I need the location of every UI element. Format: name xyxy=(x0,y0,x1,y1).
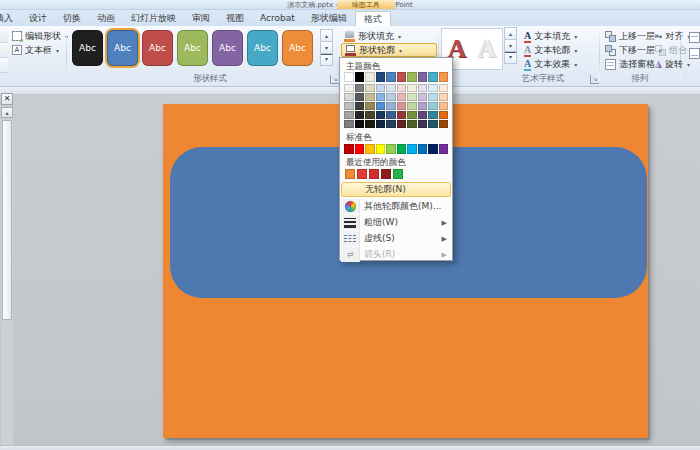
theme-color-swatch[interactable] xyxy=(344,72,354,82)
tab-7[interactable]: 视图 xyxy=(218,11,252,26)
tab-9[interactable]: 形状编辑 xyxy=(303,11,355,26)
text-box-button[interactable]: A 文本框 ▾ xyxy=(9,43,62,57)
theme-tint-swatch[interactable] xyxy=(386,102,396,110)
close-pane-button[interactable]: ✕ xyxy=(1,93,13,105)
theme-tint-swatch[interactable] xyxy=(355,93,365,101)
standard-color-swatch[interactable] xyxy=(376,144,386,154)
theme-tint-swatch[interactable] xyxy=(428,102,438,110)
theme-color-swatch[interactable] xyxy=(428,72,438,82)
gallery-more-button[interactable]: ▾ xyxy=(320,53,333,66)
cut-insert-shapes-more[interactable] xyxy=(0,58,8,73)
shape-outline-button[interactable]: 形状轮廓 ▾ xyxy=(341,43,437,57)
theme-tint-swatch[interactable] xyxy=(407,120,417,128)
theme-tint-swatch[interactable] xyxy=(355,120,365,128)
standard-color-swatch[interactable] xyxy=(428,144,438,154)
size-width-button[interactable] xyxy=(686,46,700,60)
tab-4[interactable]: 动画 xyxy=(89,11,123,26)
theme-tint-swatch[interactable] xyxy=(376,102,386,110)
text-outline-button[interactable]: A 文本轮廓 ▾ xyxy=(521,43,580,57)
theme-tint-swatch[interactable] xyxy=(365,120,375,128)
theme-tint-swatch[interactable] xyxy=(386,84,396,92)
theme-tint-swatch[interactable] xyxy=(428,84,438,92)
theme-tint-swatch[interactable] xyxy=(344,93,354,101)
shape-style-thumb[interactable]: Abc xyxy=(212,30,243,66)
shape-style-thumb[interactable]: Abc xyxy=(142,30,173,66)
theme-color-swatch[interactable] xyxy=(418,72,428,82)
theme-tint-swatch[interactable] xyxy=(344,102,354,110)
shape-styles-dialog-launcher[interactable]: ↘ xyxy=(330,75,339,84)
standard-color-swatch[interactable] xyxy=(386,144,396,154)
theme-tint-swatch[interactable] xyxy=(439,102,449,110)
theme-tint-swatch[interactable] xyxy=(386,111,396,119)
tab-6[interactable]: 审阅 xyxy=(184,11,218,26)
theme-tint-swatch[interactable] xyxy=(376,120,386,128)
recent-color-swatch[interactable] xyxy=(381,169,391,179)
theme-tint-swatch[interactable] xyxy=(376,84,386,92)
standard-color-swatch[interactable] xyxy=(418,144,428,154)
theme-color-swatch[interactable] xyxy=(376,72,386,82)
theme-tint-swatch[interactable] xyxy=(407,102,417,110)
standard-color-swatch[interactable] xyxy=(355,144,365,154)
standard-color-swatch[interactable] xyxy=(407,144,417,154)
theme-tint-swatch[interactable] xyxy=(365,93,375,101)
recent-color-swatch[interactable] xyxy=(357,169,367,179)
shape-fill-button[interactable]: 形状填充 ▾ xyxy=(341,29,437,43)
tab-1[interactable]: 插入 xyxy=(0,11,21,26)
theme-tint-swatch[interactable] xyxy=(418,84,428,92)
cut-insert-shapes-scroll-down[interactable] xyxy=(0,43,8,58)
theme-color-swatch[interactable] xyxy=(397,72,407,82)
theme-tint-swatch[interactable] xyxy=(397,84,407,92)
theme-tint-swatch[interactable] xyxy=(439,84,449,92)
shape-style-thumb[interactable]: Abc xyxy=(72,30,103,66)
theme-tint-swatch[interactable] xyxy=(439,120,449,128)
theme-tint-swatch[interactable] xyxy=(428,93,438,101)
wordart-dialog-launcher[interactable]: ↘ xyxy=(590,75,599,84)
menu-item-dashes[interactable]: 虚线(S) ▶ xyxy=(341,231,451,246)
wordart-more-button[interactable]: ▾ xyxy=(504,51,517,64)
theme-tint-swatch[interactable] xyxy=(407,93,417,101)
text-fill-button[interactable]: A 文本填充 ▾ xyxy=(521,29,580,43)
theme-tint-swatch[interactable] xyxy=(355,84,365,92)
cut-insert-shapes-scroll-up[interactable] xyxy=(0,28,8,43)
tab-2[interactable]: 设计 xyxy=(21,11,55,26)
theme-tint-swatch[interactable] xyxy=(365,84,375,92)
theme-tint-swatch[interactable] xyxy=(355,111,365,119)
menu-item-no-outline[interactable]: 无轮廓(N) xyxy=(341,182,451,197)
standard-color-swatch[interactable] xyxy=(344,144,354,154)
shape-style-thumb[interactable]: Abc xyxy=(247,30,278,66)
recent-color-swatch[interactable] xyxy=(345,169,355,179)
theme-tint-swatch[interactable] xyxy=(397,111,407,119)
theme-tint-swatch[interactable] xyxy=(428,120,438,128)
theme-tint-swatch[interactable] xyxy=(365,111,375,119)
theme-tint-swatch[interactable] xyxy=(386,120,396,128)
theme-tint-swatch[interactable] xyxy=(376,111,386,119)
standard-color-swatch[interactable] xyxy=(397,144,407,154)
theme-color-swatch[interactable] xyxy=(407,72,417,82)
scrollbar-thumb[interactable] xyxy=(2,120,12,320)
tab-format-active[interactable]: 格式 xyxy=(355,11,391,26)
shape-style-thumb[interactable]: Abc xyxy=(282,30,313,66)
menu-item-weight[interactable]: 粗细(W) ▶ xyxy=(341,215,451,230)
recent-color-swatch[interactable] xyxy=(369,169,379,179)
recent-color-swatch[interactable] xyxy=(393,169,403,179)
theme-tint-swatch[interactable] xyxy=(355,102,365,110)
theme-color-swatch[interactable] xyxy=(355,72,365,82)
edit-shape-button[interactable]: 编辑形状 ▾ xyxy=(9,29,71,43)
theme-tint-swatch[interactable] xyxy=(344,84,354,92)
theme-tint-swatch[interactable] xyxy=(376,93,386,101)
standard-color-swatch[interactable] xyxy=(439,144,449,154)
theme-tint-swatch[interactable] xyxy=(365,102,375,110)
selection-pane-button[interactable]: 选择窗格 xyxy=(602,57,658,71)
text-effects-button[interactable]: A 文本效果 ▾ xyxy=(521,57,580,71)
theme-tint-swatch[interactable] xyxy=(428,111,438,119)
vertical-scrollbar[interactable] xyxy=(1,118,13,445)
standard-color-swatch[interactable] xyxy=(365,144,375,154)
theme-tint-swatch[interactable] xyxy=(418,93,428,101)
theme-tint-swatch[interactable] xyxy=(418,102,428,110)
theme-tint-swatch[interactable] xyxy=(439,93,449,101)
theme-color-swatch[interactable] xyxy=(386,72,396,82)
shape-style-thumb[interactable]: Abc xyxy=(177,30,208,66)
menu-item-more-outline-colors[interactable]: 其他轮廓颜色(M)... xyxy=(341,199,451,214)
theme-tint-swatch[interactable] xyxy=(418,120,428,128)
shape-style-thumb-selected[interactable]: Abc xyxy=(107,30,138,66)
